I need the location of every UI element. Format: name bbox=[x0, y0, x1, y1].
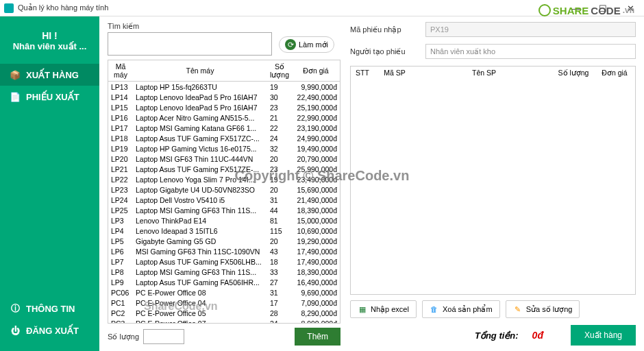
table-row[interactable]: LP16Laptop Acer Nitro Gaming AN515-5...2… bbox=[108, 112, 340, 123]
brand-logo-icon bbox=[538, 4, 551, 16]
col-ma-may: Mã máy bbox=[108, 60, 133, 82]
table-row[interactable]: LP5Gigabyte Gaming G5 GD2019,290,000đ bbox=[108, 236, 340, 246]
nav-phieu-xuat[interactable]: 📄 PHIẾU XUẤT bbox=[0, 86, 99, 108]
export-button[interactable]: Xuất hàng bbox=[571, 325, 636, 346]
table-row[interactable]: LP24Laptop Dell Vostro V5410 i53121,490,… bbox=[108, 195, 340, 205]
receipt-icon: 📄 bbox=[10, 91, 21, 102]
table-row[interactable]: LP4Lenovo Ideapad 3 15ITL611510,690,000đ bbox=[108, 226, 340, 236]
brand-watermark: SHARECODE.vn bbox=[538, 4, 634, 16]
export-icon: 📦 bbox=[10, 69, 21, 80]
pencil-icon: ✎ bbox=[513, 304, 523, 314]
edit-qty-button[interactable]: ✎ Sửa số lượng bbox=[506, 300, 580, 318]
refresh-button[interactable]: ⟳ Làm mới bbox=[279, 36, 334, 53]
table-row[interactable]: PC3PC E-Power Office 07248,990,000đ bbox=[108, 318, 340, 324]
total-value: 0đ bbox=[532, 330, 543, 341]
add-button[interactable]: Thêm bbox=[295, 328, 340, 346]
table-row[interactable]: PC2PC E-Power Office 05288,290,000đ bbox=[108, 308, 340, 318]
receipt-panel: Mã phiếu nhập Người tạo phiếu STT Mã SP … bbox=[350, 22, 636, 346]
table-row[interactable]: LP8Laptop MSI Gaming GF63 Thin 11S...331… bbox=[108, 267, 340, 277]
refresh-icon: ⟳ bbox=[285, 39, 296, 50]
search-input[interactable] bbox=[108, 32, 272, 56]
table-row[interactable]: LP21Laptop Asus TUF Gaming FX517ZE-...23… bbox=[108, 164, 340, 174]
col-so-luong: Số lượng bbox=[553, 66, 594, 79]
app-icon bbox=[4, 3, 14, 13]
receipt-table[interactable]: STT Mã SP Tên SP Số lượng Đơn giá bbox=[350, 66, 636, 295]
col-ten-sp: Tên SP bbox=[415, 66, 553, 79]
nav-dang-xuat[interactable]: ⏻ ĐĂNG XUẤT bbox=[0, 319, 99, 341]
greeting-label: HI ! bbox=[0, 30, 99, 41]
table-row[interactable]: LP22Laptop Lenovo Yoga Slim 7 Pro 14I...… bbox=[108, 174, 340, 184]
table-row[interactable]: LP3Lenovo ThinkPad E148115,000,000đ bbox=[108, 215, 340, 226]
excel-icon: ▦ bbox=[358, 304, 367, 314]
table-row[interactable]: PC06PC E-Power Office 08319,690,000đ bbox=[108, 287, 340, 298]
delete-product-button[interactable]: 🗑 Xoá sản phẩm bbox=[422, 300, 500, 318]
refresh-label: Làm mới bbox=[299, 40, 328, 49]
table-row[interactable]: LP7Laptop Asus TUF Gaming FX506LHB...181… bbox=[108, 256, 340, 267]
nav-label: PHIẾU XUẤT bbox=[26, 92, 79, 102]
table-row[interactable]: LP13Laptop HP 15s-fq2663TU199,990,000đ bbox=[108, 82, 340, 93]
table-row[interactable]: LP19Laptop HP Gaming Victus 16-e0175...3… bbox=[108, 143, 340, 154]
sidebar: HI ! Nhân viên xuất ... 📦 XUẤT HÀNG 📄 PH… bbox=[0, 16, 99, 351]
col-don-gia: Đơn giá bbox=[292, 60, 340, 82]
nav-thong-tin[interactable]: ⓘ THÔNG TIN bbox=[0, 298, 99, 319]
table-row[interactable]: PC1PC E-Power Office 04177,090,000đ bbox=[108, 298, 340, 308]
table-row[interactable]: LP9Laptop Asus TUF Gaming FA506IHR...271… bbox=[108, 277, 340, 287]
col-stt: STT bbox=[351, 66, 374, 79]
user-label: Nhân viên xuất ... bbox=[0, 41, 99, 51]
info-icon: ⓘ bbox=[10, 303, 21, 314]
table-row[interactable]: LP25Laptop MSI Gaming GF63 Thin 11S...44… bbox=[108, 205, 340, 215]
logout-icon: ⏻ bbox=[10, 325, 21, 336]
qty-input[interactable] bbox=[143, 329, 184, 344]
code-label: Mã phiếu nhập bbox=[350, 25, 425, 34]
trash-icon: 🗑 bbox=[430, 304, 439, 314]
table-row[interactable]: LP14Laptop Lenovo IdeaPad 5 Pro 16IAH730… bbox=[108, 92, 340, 102]
col-don-gia: Đơn giá bbox=[594, 66, 635, 79]
import-excel-button[interactable]: ▦ Nhập excel bbox=[350, 300, 417, 318]
table-row[interactable]: LP15Laptop Lenovo IdeaPad 5 Pro 16IAH723… bbox=[108, 102, 340, 112]
table-row[interactable]: LP23Laptop Gigabyte U4 UD-50VN823SO2015,… bbox=[108, 184, 340, 195]
total-label: Tổng tiền: bbox=[475, 330, 519, 341]
qty-label: Số lượng bbox=[108, 332, 139, 341]
col-ten-may: Tên máy bbox=[133, 60, 267, 82]
inventory-panel: Tìm kiếm ⟳ Làm mới Mã máy Tên máy Số lượ… bbox=[108, 22, 340, 346]
nav-label: THÔNG TIN bbox=[26, 304, 75, 314]
nav-label: XUẤT HÀNG bbox=[26, 70, 79, 80]
table-row[interactable]: LP18Laptop Asus TUF Gaming FX517ZC-...24… bbox=[108, 133, 340, 143]
col-so-luong: Số lượng bbox=[267, 60, 292, 82]
table-row[interactable]: LP20Laptop MSI GF63 Thin 11UC-444VN2020,… bbox=[108, 154, 340, 164]
inventory-table[interactable]: Mã máy Tên máy Số lượng Đơn giá LP13Lapt… bbox=[108, 60, 340, 324]
window-title: Quản lý kho hàng máy tính bbox=[18, 3, 108, 12]
search-label: Tìm kiếm bbox=[108, 22, 272, 31]
creator-input[interactable] bbox=[425, 44, 636, 59]
col-ma-sp: Mã SP bbox=[374, 66, 415, 79]
table-row[interactable]: LP6MSI Gaming GF63 Thin 11SC-1090VN4317,… bbox=[108, 246, 340, 256]
table-row[interactable]: LP17Laptop MSI Gaming Katana GF66 1...22… bbox=[108, 123, 340, 133]
nav-label: ĐĂNG XUẤT bbox=[26, 326, 79, 336]
code-input bbox=[425, 22, 636, 37]
nav-xuat-hang[interactable]: 📦 XUẤT HÀNG bbox=[0, 64, 99, 86]
creator-label: Người tạo phiếu bbox=[350, 47, 425, 56]
